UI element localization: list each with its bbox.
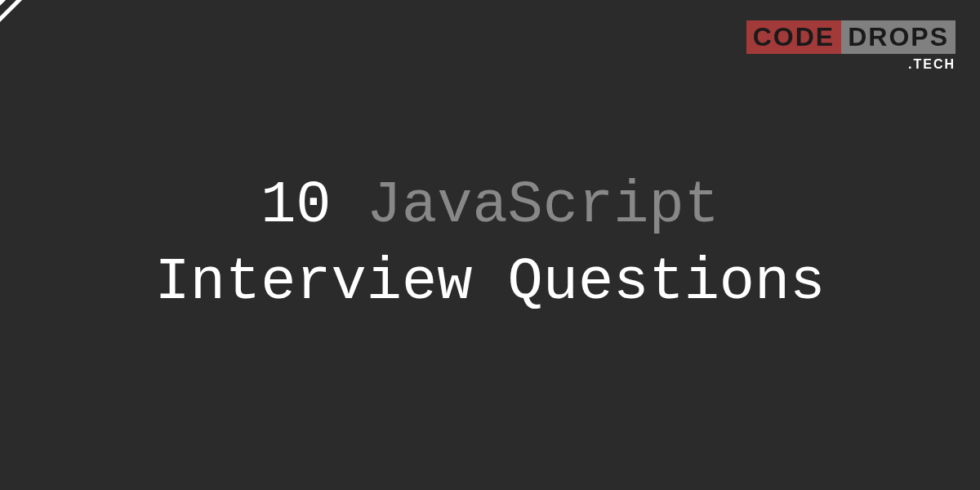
title-line-2: Interview Questions <box>155 245 826 322</box>
logo-main: CODE DROPS <box>746 20 956 54</box>
title-number: 10 <box>261 172 331 239</box>
title-javascript: JavaScript <box>332 172 719 239</box>
logo-code-text: CODE <box>746 20 841 54</box>
logo: CODE DROPS .TECH <box>746 20 956 72</box>
logo-drops-text: DROPS <box>841 20 956 54</box>
title-line-1: 10 JavaScript <box>155 168 826 245</box>
main-title: 10 JavaScript Interview Questions <box>155 168 826 321</box>
logo-tech-text: .TECH <box>908 57 956 72</box>
decorative-diagonal-lines <box>0 0 82 82</box>
